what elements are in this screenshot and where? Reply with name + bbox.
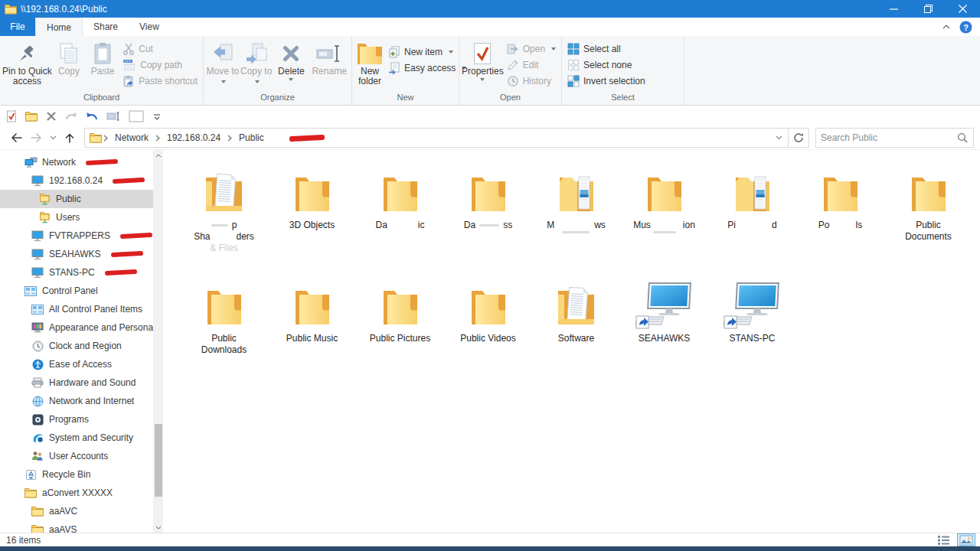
sidebar-item-programs[interactable]: Programs: [0, 410, 153, 429]
qat-customize-icon[interactable]: [152, 112, 162, 121]
paste-button[interactable]: Paste: [86, 39, 119, 77]
scroll-up-icon[interactable]: [153, 150, 163, 161]
collapse-ribbon-icon[interactable]: [942, 24, 950, 29]
thumbnails-view-button[interactable]: [957, 533, 975, 546]
invert-selection-button[interactable]: Invert selection: [564, 73, 648, 89]
edit-button[interactable]: Edit: [504, 57, 559, 73]
status-bar: 16 items: [0, 533, 980, 546]
file-public-music[interactable]: Public Music: [268, 274, 356, 387]
sidebar-item-users[interactable]: Users: [0, 208, 153, 227]
file-redacted-da-ic[interactable]: Daic: [356, 161, 444, 274]
close-button[interactable]: [946, 0, 980, 18]
restore-button[interactable]: [911, 0, 946, 18]
breadcrumb[interactable]: Network192.168.0.24Public: [84, 128, 789, 148]
file-public-documents[interactable]: PublicDocuments: [884, 161, 972, 274]
scrollbar-thumb[interactable]: [155, 424, 162, 497]
up-icon[interactable]: [60, 132, 80, 144]
file-shared-folders[interactable]: pShaders& Files: [180, 161, 268, 274]
cut-button[interactable]: Cut: [119, 41, 201, 57]
qat-redo-icon[interactable]: [65, 111, 77, 121]
new-item-button[interactable]: New item: [385, 44, 469, 60]
sidebar-item-recycle-bin[interactable]: Recycle Bin: [0, 465, 153, 484]
file-3d-objects[interactable]: 3D Objects: [268, 161, 356, 274]
copy-button[interactable]: Copy: [52, 39, 86, 77]
sidebar-item-aconvert-xxxxx[interactable]: aConvert XXXXX: [0, 484, 153, 502]
tab-view[interactable]: View: [129, 18, 170, 36]
file-public-pictures[interactable]: Public Pictures: [356, 274, 444, 387]
file-public-videos[interactable]: Public Videos: [444, 274, 532, 387]
file-public-downloads[interactable]: PublicDownloads: [180, 274, 268, 387]
qat-undo-icon[interactable]: [86, 111, 98, 121]
new-folder-button[interactable]: New folder: [354, 39, 385, 86]
sidebar-item-network-and-internet[interactable]: Network and Internet: [0, 392, 153, 410]
back-icon[interactable]: [6, 132, 26, 143]
move-to-button[interactable]: Move to: [206, 39, 240, 86]
qat-delete-icon[interactable]: [46, 111, 57, 122]
help-icon[interactable]: ?: [959, 21, 972, 34]
sidebar-item-hardware-and-sound[interactable]: Hardware and Sound: [0, 373, 153, 392]
qat-blank-icon[interactable]: [129, 110, 144, 122]
address-dropdown-icon[interactable]: [769, 129, 788, 147]
open-button[interactable]: Open: [504, 41, 559, 57]
sidebar-item-label: Hardware and Sound: [49, 377, 136, 388]
copy-to-button[interactable]: Copy to: [240, 39, 273, 86]
minimize-button[interactable]: [877, 0, 911, 18]
sidebar-item-seahawks[interactable]: SEAHAWKS: [0, 245, 153, 263]
file-redacted-po-ls[interactable]: Pols: [796, 161, 884, 274]
sidebar-item-public[interactable]: Public: [0, 190, 153, 208]
sidebar-scrollbar[interactable]: [153, 150, 163, 533]
sidebar-item-192-168-0-24[interactable]: 192.168.0.24: [0, 171, 153, 190]
sidebar-item-network[interactable]: Network: [0, 153, 153, 171]
pin-to-quick-access-button[interactable]: Pin to Quick access: [2, 39, 52, 86]
delete-button[interactable]: Delete: [273, 39, 310, 81]
tab-share[interactable]: Share: [83, 18, 129, 36]
breadcrumb-192-168-0-24[interactable]: 192.168.0.24: [162, 132, 226, 143]
sidebar-item-ease-of-access[interactable]: Ease of Access: [0, 355, 153, 373]
qat-properties-icon[interactable]: [6, 110, 17, 122]
forward-icon[interactable]: [26, 132, 46, 143]
title-bar: \\192.168.0.24\Public: [0, 0, 980, 18]
sidebar-item-control-panel[interactable]: Control Panel: [0, 282, 153, 300]
tab-home[interactable]: Home: [35, 18, 83, 36]
breadcrumb-public[interactable]: Public: [234, 132, 270, 143]
tab-file[interactable]: File: [0, 18, 35, 36]
easy-access-button[interactable]: Easy access: [385, 60, 469, 76]
refresh-icon[interactable]: [789, 128, 809, 148]
file-redacted-da-ss[interactable]: Dass: [444, 161, 532, 274]
easy-access-icon: [388, 62, 400, 74]
sidebar-item-system-and-security[interactable]: System and Security: [0, 429, 153, 447]
file-software[interactable]: Software: [532, 274, 620, 387]
sidebar-item-user-accounts[interactable]: User Accounts: [0, 447, 153, 465]
copy-path-button[interactable]: Copy path: [119, 57, 201, 73]
recent-locations-icon[interactable]: [46, 135, 60, 140]
navigation-pane: Network192.168.0.24PublicUsersFVTRAPPERS…: [0, 150, 153, 533]
sidebar-item-all-control-panel-items[interactable]: All Control Panel Items: [0, 300, 153, 318]
window-title: \\192.168.0.24\Public: [21, 4, 107, 15]
qat-new-folder-icon[interactable]: [25, 111, 38, 122]
file-seahawks[interactable]: SEAHAWKS: [620, 274, 708, 387]
details-view-button[interactable]: [934, 533, 952, 546]
sidebar-item-stans-pc[interactable]: STANS-PC: [0, 263, 153, 282]
sidebar-item-aaavs[interactable]: aaAVS: [0, 520, 153, 533]
sidebar-item-fvtrappers[interactable]: FVTRAPPERS: [0, 227, 153, 245]
sidebar-item-clock-and-region[interactable]: Clock and Region: [0, 337, 153, 355]
address-folder-icon: [85, 132, 102, 143]
breadcrumb-network[interactable]: Network: [109, 132, 154, 143]
paste-shortcut-button[interactable]: Paste shortcut: [119, 73, 201, 89]
properties-button[interactable]: Properties: [462, 39, 504, 81]
folder-icon: [199, 274, 250, 329]
search-input[interactable]: [816, 132, 952, 143]
sidebar-item-appearance-and-personalization[interactable]: Appearance and Personalization: [0, 318, 153, 337]
file-redacted-m-ws[interactable]: Mws: [532, 161, 620, 274]
file-stans-pc[interactable]: STANS-PC: [708, 274, 796, 387]
cut-icon: [122, 43, 135, 55]
sidebar-item-aaavc[interactable]: aaAVC: [0, 502, 153, 520]
scroll-down-icon[interactable]: [153, 522, 163, 533]
file-redacted-pi-d[interactable]: Pid: [708, 161, 796, 274]
select-none-button[interactable]: Select none: [564, 57, 648, 73]
select-all-button[interactable]: Select all: [564, 41, 648, 57]
qat-rename-icon[interactable]: [106, 111, 120, 122]
file-redacted-mus-ion[interactable]: Musion: [620, 161, 708, 274]
rename-button[interactable]: Rename: [309, 39, 349, 77]
history-button[interactable]: History: [504, 73, 559, 89]
